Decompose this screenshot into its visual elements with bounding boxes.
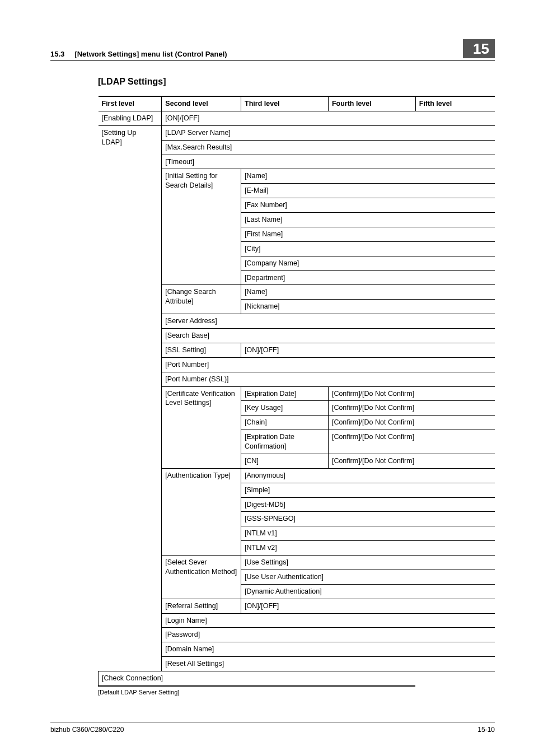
header-section: 15.3 [Network Settings] menu list (Contr… [50,50,463,58]
cell: [Password] [162,628,495,642]
page-footer: bizhub C360/C280/C220 15-10 [50,722,495,734]
cell: [Name] [241,285,495,300]
cell: [Chain] [241,416,329,430]
cell: [Name] [241,169,495,184]
col-fourth-level: Fourth level [328,96,415,111]
cell: [Anonymous] [241,468,495,483]
cell: [Search Base] [162,329,495,343]
cell: [Port Number] [162,357,495,372]
cell: [Department] [241,270,495,285]
cell: [Domain Name] [162,642,495,657]
cell: [Check Connection] [99,671,416,686]
cell: [Expiration Date] [241,386,329,401]
table-header-row: First level Second level Third level Fou… [99,96,495,111]
cell: [Confirm]/[Do Not Confirm] [328,401,495,416]
cell: [Certificate Verification Level Settings… [162,386,241,468]
page-header: 15.3 [Network Settings] menu list (Contr… [50,39,495,61]
cell: [Simple] [241,483,495,497]
col-fifth-level: Fifth level [415,96,495,111]
cell: [Nickname] [241,300,495,314]
cell: [Digest-MD5] [241,497,495,512]
cell: [CN] [241,454,329,468]
table-footnote: [Default LDAP Server Setting] [98,689,495,696]
cell: [Select Sever Authentication Method] [162,556,241,599]
settings-table: First level Second level Third level Fou… [98,96,495,687]
cell: [Setting Up LDAP] [99,125,162,671]
table-row: [Check Connection] [99,671,495,686]
col-first-level: First level [99,96,162,111]
cell: [SSL Setting] [162,343,241,357]
cell: [Change Search Attribute] [162,285,241,314]
footer-page-number: 15-10 [477,726,495,734]
cell: [Enabling LDAP] [99,111,162,125]
cell: [Login Name] [162,613,495,628]
cell: [Last Name] [241,213,495,227]
cell: [Authentication Type] [162,468,241,555]
footer-product: bizhub C360/C280/C220 [50,726,124,734]
cell: [Fax Number] [241,198,495,213]
cell: [Company Name] [241,256,495,270]
section-number: 15.3 [50,50,64,58]
section-name: [Network Settings] menu list (Control Pa… [74,50,227,58]
cell: [Max.Search Results] [162,140,495,155]
col-second-level: Second level [162,96,241,111]
cell: [Referral Setting] [162,599,241,613]
cell: [Expiration Date Confirmation] [241,430,329,454]
cell: [NTLM v2] [241,541,495,556]
cell: [Use Settings] [241,556,495,570]
table-row: [Setting Up LDAP] [LDAP Server Name] [99,125,495,140]
cell: [Confirm]/[Do Not Confirm] [328,416,495,430]
cell: [Initial Setting for Search Details] [162,169,241,285]
cell: [Server Address] [162,314,495,329]
cell: [Use User Authentication] [241,570,495,584]
cell: [Confirm]/[Do Not Confirm] [328,386,495,401]
table-row: [Enabling LDAP] [ON]/[OFF] [99,111,495,125]
cell: [E-Mail] [241,184,495,198]
cell: [Timeout] [162,155,495,169]
cell: [ON]/[OFF] [162,111,495,125]
cell: [Port Number (SSL)] [162,372,495,386]
cell: [ON]/[OFF] [241,343,495,357]
page-title: [LDAP Settings] [98,77,495,87]
cell: [NTLM v1] [241,526,495,541]
cell: [GSS-SPNEGO] [241,512,495,526]
col-third-level: Third level [241,96,329,111]
cell: [ON]/[OFF] [241,599,495,613]
chapter-number-badge: 15 [463,39,495,58]
cell: [Dynamic Authentication] [241,584,495,599]
cell: [Confirm]/[Do Not Confirm] [328,454,495,468]
cell: [Reset All Settings] [162,657,495,671]
cell: [LDAP Server Name] [162,125,495,140]
cell: [City] [241,241,495,256]
cell: [First Name] [241,227,495,241]
cell: [Confirm]/[Do Not Confirm] [328,430,495,454]
cell: [Key Usage] [241,401,329,416]
